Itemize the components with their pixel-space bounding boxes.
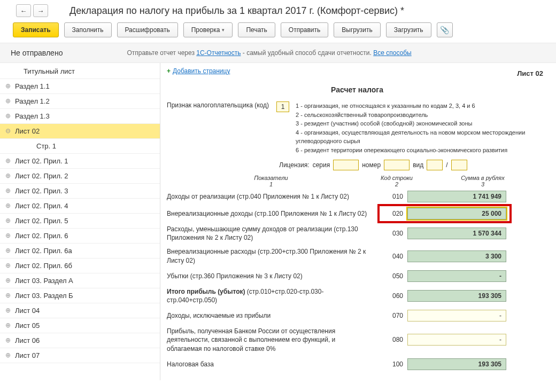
tree-item[interactable]: ⊕Лист 02. Прил. 1 [0, 154, 160, 169]
expand-icon[interactable]: ⊕ [5, 97, 12, 104]
print-button[interactable]: Печать [238, 22, 275, 37]
section-tree[interactable]: Титульный лист⊕Раздел 1.1⊕Раздел 1.2⊕Раз… [0, 63, 160, 380]
license-kind-input[interactable] [427, 160, 443, 170]
data-row: Убытки (стр.360 Приложения № 3 к Листу 0… [167, 270, 547, 282]
row-value-input[interactable]: - [407, 310, 506, 322]
tree-item[interactable]: ⊕Лист 04 [0, 303, 160, 318]
expand-icon[interactable]: ⊕ [5, 112, 12, 119]
tree-item[interactable]: ⊕Лист 02. Прил. 5 [0, 214, 160, 229]
expand-icon[interactable]: ⊕ [5, 322, 12, 328]
tree-item[interactable]: ⊕Раздел 1.1 [0, 79, 160, 94]
tree-item[interactable]: Титульный лист [0, 64, 160, 79]
expand-icon[interactable]: ⊕ [5, 172, 12, 178]
row-code: 080 [375, 336, 407, 343]
row-value-input[interactable]: - [407, 334, 506, 346]
tree-item[interactable]: ⊕Лист 02. Прил. 6а [0, 244, 160, 258]
row-description: Налоговая база [167, 360, 375, 369]
data-row: Расходы, уменьшающие сумму доходов от ре… [167, 225, 547, 242]
tree-item[interactable]: ⊕Лист 07 [0, 348, 160, 363]
license-sep: / [446, 161, 447, 169]
send-button[interactable]: Отправить [281, 22, 329, 37]
write-button[interactable]: Записать [13, 22, 59, 37]
row-code: 100 [375, 360, 407, 368]
row-description: Прибыль, полученная Банком России от осу… [167, 327, 375, 353]
tree-item[interactable]: ⊖Лист 02 [0, 124, 160, 139]
add-page-link[interactable]: + Добавить страницу [167, 67, 547, 75]
row-description: Внереализационные доходы (стр.100 Прилож… [167, 209, 375, 218]
tree-item-label: Лист 05 [15, 322, 40, 330]
row-value-input[interactable]: 1 570 344 [407, 228, 506, 239]
status-hint: Отправьте отчет через 1С-Отчетность - са… [127, 49, 411, 57]
tree-item[interactable]: ⊕Лист 02. Прил. 2 [0, 169, 160, 184]
row-code: 040 [375, 253, 407, 260]
decode-button[interactable]: Расшифровать [117, 22, 178, 37]
tree-item[interactable]: ⊕Раздел 1.2 [0, 94, 160, 109]
row-code: 020 [375, 210, 407, 217]
tree-item[interactable]: ⊕Раздел 1.3 [0, 109, 160, 124]
unload-button[interactable]: Выгрузить [334, 22, 381, 37]
row-value-input[interactable]: 1 741 949 [407, 191, 506, 202]
collapse-icon[interactable]: ⊖ [5, 127, 12, 134]
tree-item-label: Лист 06 [15, 336, 40, 344]
row-value-input[interactable]: - [407, 270, 506, 282]
license-number-input[interactable] [384, 160, 410, 170]
tree-item[interactable]: ⊕Лист 03. Раздел Б [0, 288, 160, 303]
expand-icon[interactable]: ⊕ [5, 277, 12, 283]
back-button[interactable]: ← [16, 4, 31, 17]
tree-item-label: Раздел 1.2 [15, 97, 50, 105]
tree-item-label: Лист 04 [15, 307, 40, 315]
expand-icon[interactable]: ⊕ [5, 157, 12, 163]
expand-icon[interactable]: ⊕ [5, 336, 12, 343]
status-hint-mid: - самый удобный способ сдачи отчетности. [243, 49, 373, 57]
row-description: Итого прибыль (убыток) (стр.010+стр.020-… [167, 287, 375, 304]
page-title: Декларация по налогу на прибыль за 1 ква… [70, 5, 404, 17]
plus-icon: + [167, 67, 171, 75]
row-value-input[interactable]: 25 000 [407, 208, 506, 219]
reporting-link[interactable]: 1С-Отчетность [196, 49, 241, 57]
sheet-number: Лист 02 [517, 69, 543, 77]
row-description: Убытки (стр.360 Приложения № 3 к Листу 0… [167, 272, 375, 280]
expand-icon[interactable]: ⊕ [5, 351, 12, 358]
expand-icon[interactable]: ⊕ [5, 217, 12, 223]
tree-item-label: Раздел 1.3 [15, 112, 50, 120]
tree-item[interactable]: Стр. 1 [0, 139, 160, 154]
check-button[interactable]: Проверка ▾ [183, 22, 233, 37]
expand-icon[interactable]: ⊕ [5, 82, 12, 89]
row-description: Внереализационные расходы (стр.200+стр.3… [167, 247, 375, 264]
tree-item[interactable]: ⊕Лист 02. Прил. 6б [0, 258, 160, 273]
tree-item[interactable]: ⊕Лист 06 [0, 333, 160, 348]
tree-item[interactable]: ⊕Лист 05 [0, 318, 160, 333]
taxpayer-hint-line: 4 - организация, осуществляющая деятельн… [296, 128, 547, 146]
row-code: 030 [375, 230, 407, 237]
forward-button[interactable]: → [33, 4, 48, 17]
expand-icon[interactable]: ⊕ [5, 202, 12, 208]
all-methods-link[interactable]: Все способы [373, 49, 412, 57]
row-value-input[interactable]: 193 305 [407, 358, 506, 370]
tree-item[interactable]: ⊕Лист 02. Прил. 3 [0, 184, 160, 199]
license-kind2-input[interactable] [451, 160, 467, 170]
expand-icon[interactable]: ⊕ [5, 292, 12, 298]
fill-button[interactable]: Заполнить [64, 22, 112, 37]
data-row: Внереализационные доходы (стр.100 Прилож… [167, 208, 547, 219]
taxpayer-code-input[interactable]: 1 [276, 101, 289, 112]
add-page-label: Добавить страницу [173, 67, 230, 75]
tree-item[interactable]: ⊕Лист 03. Раздел А [0, 273, 160, 288]
attach-button[interactable]: 📎 [437, 22, 453, 37]
expand-icon[interactable]: ⊕ [5, 262, 12, 268]
row-value-input[interactable]: 3 300 [407, 250, 506, 262]
expand-icon[interactable]: ⊕ [5, 307, 12, 313]
tree-item-label: Лист 02. Прил. 5 [15, 217, 68, 225]
taxpayer-hints: 1 - организация, не относящаяся к указан… [296, 101, 547, 154]
expand-icon[interactable]: ⊕ [5, 187, 12, 193]
row-value-input[interactable]: 193 305 [407, 290, 506, 302]
expand-icon[interactable]: ⊕ [5, 247, 12, 253]
tree-item-label: Титульный лист [24, 67, 75, 75]
expand-icon[interactable]: ⊕ [5, 232, 12, 238]
license-series-input[interactable] [333, 160, 359, 170]
row-description: Доходы, исключаемые из прибыли [167, 311, 375, 320]
tree-item[interactable]: ⊕Лист 02. Прил. 4 [0, 199, 160, 214]
license-series-label: серия [313, 161, 330, 169]
tree-item[interactable]: ⊕Лист 02. Прил. 6 [0, 229, 160, 244]
load-button[interactable]: Загрузить [386, 22, 431, 37]
row-code: 070 [375, 312, 407, 319]
